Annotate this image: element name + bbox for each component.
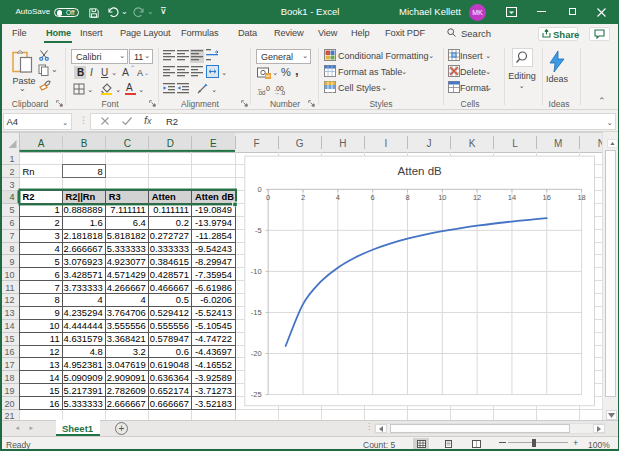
svg-text:-5: -5 (255, 225, 262, 234)
svg-text:10: 10 (438, 192, 446, 201)
svg-text:10: 10 (4, 269, 14, 279)
svg-text:7: 7 (9, 231, 14, 241)
svg-text:6: 6 (54, 268, 59, 279)
svg-text:12: 12 (4, 295, 14, 305)
svg-text:D: D (167, 137, 174, 148)
svg-text:M: M (554, 137, 562, 148)
svg-text:11: 11 (5, 282, 14, 292)
svg-text:-6.0206: -6.0206 (200, 294, 232, 305)
svg-text:-9.54243: -9.54243 (195, 242, 232, 253)
svg-text:0.652174: 0.652174 (150, 384, 189, 395)
svg-text:8: 8 (97, 165, 102, 176)
svg-text:0.555556: 0.555556 (150, 320, 189, 331)
svg-text:6: 6 (9, 218, 14, 228)
svg-text:-10: -10 (251, 266, 262, 275)
svg-text:0.384615: 0.384615 (150, 255, 189, 266)
svg-text:5: 5 (9, 205, 14, 215)
svg-text:0.6: 0.6 (176, 346, 189, 357)
svg-text:H: H (339, 137, 346, 148)
svg-text:8: 8 (9, 243, 14, 253)
svg-text:4: 4 (97, 294, 102, 305)
svg-text:-11.2854: -11.2854 (196, 230, 232, 241)
svg-text:-20: -20 (251, 349, 262, 358)
svg-text:0.888889: 0.888889 (64, 204, 103, 215)
svg-text:18: 18 (577, 192, 585, 201)
svg-text:2.181818: 2.181818 (64, 230, 103, 241)
svg-text:0: 0 (266, 192, 270, 201)
svg-text:0.578947: 0.578947 (150, 333, 189, 344)
svg-text:A: A (38, 137, 45, 148)
svg-text:15: 15 (4, 334, 14, 344)
svg-text:2.666667: 2.666667 (64, 242, 103, 253)
svg-text:11: 11 (50, 333, 60, 344)
svg-text:7: 7 (54, 281, 59, 292)
svg-text:2.666667: 2.666667 (107, 397, 146, 408)
svg-text:-13.9794: -13.9794 (195, 217, 232, 228)
svg-text:17: 17 (4, 359, 14, 369)
svg-text:0.619048: 0.619048 (150, 358, 189, 369)
svg-text:13: 13 (49, 358, 59, 369)
svg-text:2: 2 (301, 192, 305, 201)
svg-text:-15: -15 (251, 307, 262, 316)
svg-text:1: 1 (54, 204, 59, 215)
svg-text:4.631579: 4.631579 (64, 333, 103, 344)
svg-text:3.733333: 3.733333 (64, 281, 103, 292)
svg-text:4: 4 (141, 294, 146, 305)
svg-text:6.4: 6.4 (133, 217, 146, 228)
svg-text:16: 16 (543, 192, 551, 201)
svg-text:9: 9 (9, 256, 14, 266)
svg-text:4.235294: 4.235294 (64, 307, 103, 318)
svg-text:4: 4 (54, 242, 59, 253)
svg-text:0.529412: 0.529412 (150, 307, 189, 318)
svg-text:4.444444: 4.444444 (64, 320, 103, 331)
svg-text:0.428571: 0.428571 (150, 268, 189, 279)
svg-text:19: 19 (4, 385, 14, 395)
svg-text:0.666667: 0.666667 (150, 397, 189, 408)
svg-text:-7.35954: -7.35954 (195, 268, 232, 279)
svg-text:G: G (296, 137, 304, 148)
svg-text:-3.71273: -3.71273 (195, 384, 232, 395)
svg-text:4.8: 4.8 (90, 346, 103, 357)
svg-text:5.090909: 5.090909 (64, 371, 103, 382)
svg-text:R3: R3 (109, 191, 121, 202)
svg-text:0.636364: 0.636364 (150, 371, 189, 382)
svg-text:4.952381: 4.952381 (64, 358, 103, 369)
svg-text:K: K (469, 137, 476, 148)
svg-text:Rn: Rn (23, 165, 35, 176)
svg-text:0.5: 0.5 (176, 294, 189, 305)
svg-text:4.923077: 4.923077 (107, 255, 146, 266)
svg-text:-4.16552: -4.16552 (195, 358, 232, 369)
svg-text:-3.92589: -3.92589 (195, 371, 232, 382)
svg-text:16: 16 (49, 397, 59, 408)
svg-text:0.333333: 0.333333 (150, 242, 189, 253)
svg-text:E: E (210, 137, 217, 148)
svg-text:7.111111: 7.111111 (110, 204, 146, 215)
svg-text:10: 10 (49, 320, 59, 331)
svg-text:3.555556: 3.555556 (107, 320, 146, 331)
svg-text:18: 18 (4, 372, 14, 382)
svg-text:21: 21 (4, 411, 14, 421)
svg-text:2: 2 (9, 166, 14, 176)
svg-text:5.217391: 5.217391 (64, 384, 103, 395)
svg-text:0: 0 (258, 184, 262, 193)
svg-text:R2: R2 (23, 191, 35, 202)
svg-text:3: 3 (9, 179, 14, 189)
svg-text:4: 4 (9, 192, 14, 202)
svg-text:0.272727: 0.272727 (150, 230, 189, 241)
svg-text:6: 6 (371, 192, 375, 201)
svg-text:1.6: 1.6 (90, 217, 103, 228)
svg-text:2.909091: 2.909091 (107, 371, 146, 382)
svg-text:0.2: 0.2 (176, 217, 189, 228)
svg-text:13: 13 (4, 308, 14, 318)
svg-text:0.466667: 0.466667 (150, 281, 189, 292)
svg-text:5.333333: 5.333333 (107, 242, 146, 253)
svg-text:3.368421: 3.368421 (107, 333, 146, 344)
svg-text:3.076923: 3.076923 (64, 255, 103, 266)
svg-text:15: 15 (49, 384, 59, 395)
svg-text:2.782609: 2.782609 (107, 384, 146, 395)
svg-text:3.764706: 3.764706 (107, 307, 146, 318)
svg-text:4.266667: 4.266667 (107, 281, 146, 292)
svg-text:J: J (426, 137, 431, 148)
svg-text:-19.0849: -19.0849 (195, 204, 232, 215)
svg-text:I: I (384, 137, 387, 148)
